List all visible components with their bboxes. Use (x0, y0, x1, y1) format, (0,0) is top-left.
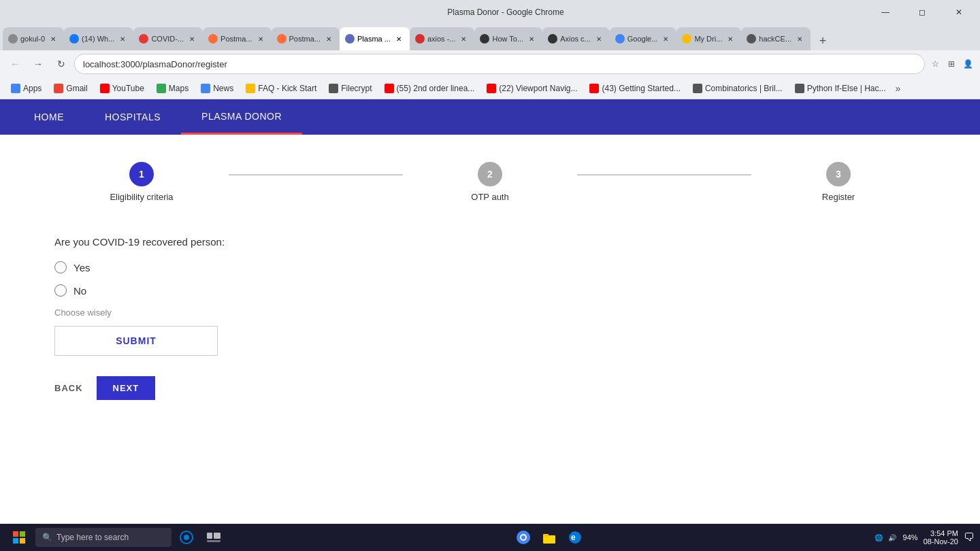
bookmark-label: Combinatorics | Bril... (705, 84, 783, 93)
tab-howto[interactable]: How To... ✕ (474, 27, 542, 50)
tab-google[interactable]: Google... ✕ (610, 27, 677, 50)
tab-close[interactable]: ✕ (593, 33, 604, 44)
svg-rect-7 (214, 533, 220, 539)
time-display: 3:54 PM 08-Nov-20 (924, 529, 958, 546)
bookmark-filecrypt[interactable]: Filecrypt (323, 80, 377, 97)
profile-icon[interactable]: 👤 (961, 57, 975, 71)
back-nav-button[interactable]: ← (5, 54, 24, 73)
tab-favicon (480, 34, 489, 44)
address-bar: ← → ↻ ☆ ⊞ 👤 (0, 50, 980, 78)
star-icon[interactable]: ☆ (928, 57, 942, 71)
bookmark-combinatorics[interactable]: Combinatorics | Bril... (687, 80, 788, 97)
bookmark-label: Gmail (66, 84, 87, 93)
tab-axios1[interactable]: axios -... ✕ (410, 27, 475, 50)
tab-postman1[interactable]: Postma... ✕ (203, 27, 271, 50)
tab-close[interactable]: ✕ (660, 33, 671, 44)
tab-close[interactable]: ✕ (794, 33, 805, 44)
tab-title: COVID-... (151, 35, 184, 43)
tab-postman2[interactable]: Postma... ✕ (272, 27, 340, 50)
tab-whatsapp[interactable]: (14) Wh... ✕ (64, 27, 133, 50)
tab-close[interactable]: ✕ (255, 33, 266, 44)
bookmark-news[interactable]: News (195, 80, 239, 97)
taskbar-left: 🔍 Type here to search (5, 524, 226, 551)
bookmark-22[interactable]: (22) Viewport Navig... (481, 80, 583, 97)
taskview-icon[interactable] (201, 525, 226, 550)
tab-title: hackCE... (759, 35, 791, 43)
nav-hospitals[interactable]: HOSPITALS (84, 99, 181, 135)
tab-close[interactable]: ✕ (526, 33, 537, 44)
bookmark-faq[interactable]: FAQ - Kick Start (240, 80, 322, 97)
taskbar-right: 🌐 🔊 94% 3:54 PM 08-Nov-20 🗨 (873, 529, 975, 546)
nav-plasma-donor[interactable]: PLASMA DONOR (181, 99, 302, 135)
address-input[interactable] (75, 54, 924, 73)
bookmark-gmail[interactable]: Gmail (48, 80, 93, 97)
tab-close[interactable]: ✕ (393, 33, 404, 44)
nav-home[interactable]: HOME (14, 99, 84, 135)
question-text: Are you COVID-19 recovered person: (54, 236, 926, 248)
bookmark-label: News (213, 84, 233, 93)
edge-taskbar-icon[interactable]: e (563, 525, 587, 550)
tab-close[interactable]: ✕ (117, 33, 128, 44)
step-3: 3 Register (751, 162, 926, 202)
tab-title: Axios c... (560, 35, 591, 43)
more-bookmarks[interactable]: » (896, 83, 901, 94)
tab-close[interactable]: ✕ (323, 33, 334, 44)
explorer-taskbar-icon[interactable] (537, 525, 561, 550)
tab-close[interactable]: ✕ (725, 33, 736, 44)
taskbar-center: e (511, 525, 587, 550)
new-tab-button[interactable]: + (813, 31, 832, 50)
bookmark-43[interactable]: (43) Getting Started... (584, 80, 685, 97)
eligibility-form: Are you COVID-19 recovered person: Yes N… (54, 236, 926, 356)
nav-items: HOME HOSPITALS PLASMA DONOR (14, 99, 302, 135)
tab-close[interactable]: ✕ (458, 33, 469, 44)
helper-text: Choose wisely (54, 307, 926, 318)
bookmark-python[interactable]: Python If-Else | Hac... (789, 80, 892, 97)
tab-favicon (682, 34, 691, 44)
tab-close[interactable]: ✕ (48, 33, 59, 44)
news-icon (201, 84, 210, 93)
current-time: 3:54 PM (924, 529, 958, 537)
next-button[interactable]: NEXT (97, 376, 156, 400)
svg-rect-1 (20, 531, 25, 537)
tab-favicon (69, 34, 79, 44)
tab-gokul[interactable]: gokul-0 ✕ (3, 27, 64, 50)
back-button[interactable]: BACK (54, 383, 83, 393)
radio-yes[interactable] (54, 261, 67, 273)
chrome-taskbar-icon[interactable] (511, 525, 536, 550)
tab-axios2[interactable]: Axios c... ✕ (542, 27, 610, 50)
radio-no[interactable] (54, 284, 67, 297)
reload-button[interactable]: ↻ (52, 54, 71, 73)
tab-close[interactable]: ✕ (186, 33, 197, 44)
tab-drive[interactable]: My Dri... ✕ (676, 27, 741, 50)
extensions-icon[interactable]: ⊞ (945, 57, 958, 71)
option-no[interactable]: No (54, 284, 926, 297)
tab-covid[interactable]: COVID-... ✕ (133, 27, 203, 50)
forward-nav-button[interactable]: → (29, 54, 48, 73)
step-label-3: Register (822, 192, 855, 202)
notification-icon[interactable]: 🗨 (964, 531, 975, 544)
taskbar-search[interactable]: 🔍 Type here to search (35, 528, 172, 547)
tab-hack[interactable]: hackCE... ✕ (741, 27, 811, 50)
tab-plasma[interactable]: Plasma ... ✕ (340, 27, 410, 50)
current-date: 08-Nov-20 (924, 537, 958, 546)
minimize-button[interactable]: — (870, 1, 901, 23)
bookmark-youtube[interactable]: YouTube (95, 80, 150, 97)
submit-button[interactable]: SUBMIT (54, 326, 218, 356)
bookmark-maps[interactable]: Maps (151, 80, 194, 97)
tab-title: Google... (627, 35, 658, 43)
window-controls: — ◻ ✕ (870, 1, 975, 23)
label-yes: Yes (74, 262, 90, 273)
step-1: 1 Eligibility criteria (54, 162, 229, 202)
tab-title: (14) Wh... (82, 35, 114, 43)
close-button[interactable]: ✕ (943, 1, 975, 23)
bookmark-apps[interactable]: Apps (5, 80, 47, 97)
bookmark-55[interactable]: (55) 2nd order linea... (379, 80, 480, 97)
bookmark-label: Filecrypt (341, 84, 372, 93)
restore-button[interactable]: ◻ (906, 1, 938, 23)
option-yes[interactable]: Yes (54, 261, 926, 273)
svg-point-5 (184, 535, 189, 540)
tab-favicon (548, 34, 557, 44)
tab-favicon (277, 34, 287, 44)
start-button[interactable] (5, 524, 33, 551)
cortana-icon[interactable] (174, 525, 199, 550)
